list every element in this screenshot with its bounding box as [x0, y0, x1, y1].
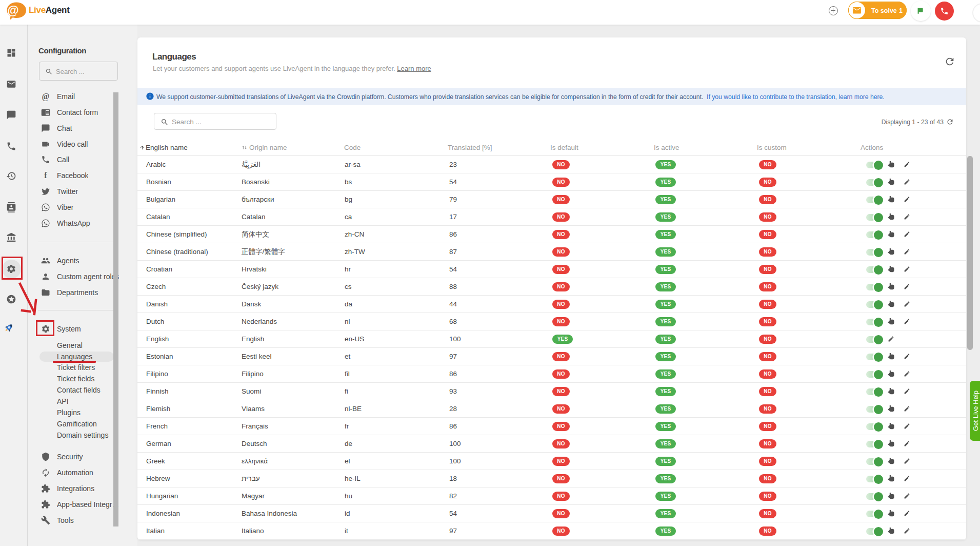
- svg-text:@: @: [7, 4, 18, 17]
